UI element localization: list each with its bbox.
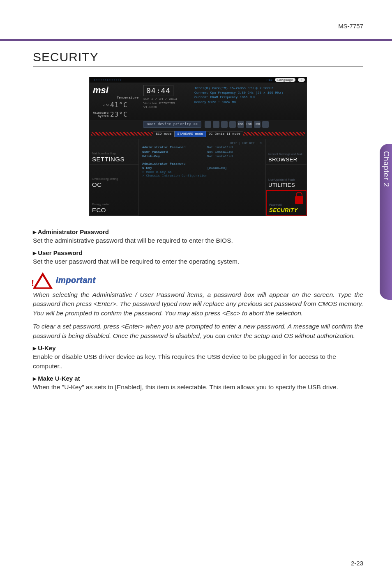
header-separator [0, 39, 392, 41]
doc-header: MS-7757 [33, 23, 363, 30]
left-tile-eco[interactable]: Energy saving ECO [90, 190, 138, 216]
item-desc: Set the user password that will be requi… [33, 257, 363, 266]
tile-title: SECURITY [269, 207, 303, 213]
right-tile-utilities[interactable]: Live Update M-Flash UTILITIES [266, 165, 307, 190]
system-temp-label: Mainboard System [93, 111, 108, 118]
page-number: 2-23 [351, 560, 363, 567]
cpu-temp-value: 41°C [110, 101, 128, 109]
item-heading-admin-password: ▶ Administrator Password [33, 228, 363, 235]
language-button[interactable]: Language [275, 78, 295, 82]
footer-separator [33, 555, 363, 555]
left-tile-oc[interactable]: Overclocking setting OC [90, 165, 138, 190]
title-dots: ▪▫▫▫▫▫▪▫▫▫▫▫▪ [91, 78, 122, 82]
right-tile-security[interactable]: Password SECURITY [266, 190, 307, 216]
cpu-freq: Current Cpu Frequency 2.50 GHz (25 x 100… [194, 90, 303, 95]
boot-priority-button[interactable]: Boot device priority >> [143, 121, 201, 128]
tile-title: ECO [92, 207, 136, 214]
boot-device-icon[interactable]: USB [254, 121, 261, 128]
msi-logo: msi [93, 85, 140, 96]
tile-subtitle: Overclocking setting [92, 177, 136, 180]
temperature-label: Temperature [93, 96, 140, 99]
page-title: SECURITY [33, 50, 363, 67]
standard-mode-button[interactable]: STANDARD mode [175, 131, 206, 137]
ocgenie-mode-button[interactable]: OC Genie II mode [206, 131, 243, 137]
close-button[interactable]: × [298, 78, 305, 82]
boot-device-icon[interactable] [262, 121, 269, 128]
chassis-intrusion-item[interactable]: > Chassis Intrusion Configuration [142, 174, 262, 177]
item-heading-user-password: ▶ User Password [33, 249, 363, 256]
eco-mode-button[interactable]: ECO mode [153, 131, 174, 137]
chapter-label: Chapter 2 [382, 151, 390, 187]
date-label: Sun 2 / 24 / 2013 [143, 97, 189, 101]
boot-device-icon[interactable]: USB [238, 121, 244, 128]
help-hotkey-bar[interactable]: HELP | HOT KEY | ⟳ [142, 142, 262, 145]
bios-titlebar: ▪▫▫▫▫▫▪▫▫▫▫▫▪ F12 Language × [90, 77, 307, 83]
item-heading-make-ukey: ▶ Make U-Key at [33, 375, 363, 382]
item-desc: When the "U-Key" as sets to [Enabled], t… [33, 383, 363, 392]
cfg-label[interactable]: Administrator Password [142, 145, 204, 149]
cpu-temp-label: CPU [93, 103, 108, 107]
important-paragraph: When selecting the Administrative / User… [33, 290, 363, 318]
mem-size: Memory Size : 1024 MB [194, 100, 303, 104]
boot-device-icon[interactable] [205, 121, 211, 128]
item-desc: Enable or disable USB driver device as k… [33, 352, 363, 371]
system-temp-value: 23°C [110, 110, 128, 118]
cpu-info: Intel(R) Core(TM) i5-2405S CPU @ 2.50GHz [194, 86, 303, 90]
section-header: Administrator Password [142, 162, 262, 165]
cfg-value: Not installed [207, 150, 233, 154]
dram-freq: Current DRAM Frequency 1066 MHz [194, 95, 303, 99]
system-info: Intel(R) Core(TM) i5-2405S CPU @ 2.50GHz… [192, 85, 303, 118]
item-desc: Set the administrative password that wil… [33, 236, 363, 245]
make-ukey-item[interactable]: > Make U-Key at [142, 170, 262, 174]
boot-device-icon[interactable] [229, 121, 236, 128]
tile-subtitle: Energy saving [92, 203, 136, 206]
ukey-value: [Disabled] [207, 166, 227, 170]
f12-hint[interactable]: F12 [266, 78, 272, 82]
tile-title: OC [92, 181, 136, 188]
version-label: Version E7757IMS V1.0B20 [143, 101, 189, 109]
cfg-value: Not installed [207, 145, 233, 149]
ukey-label[interactable]: U-Key [142, 166, 204, 170]
lock-icon [295, 196, 303, 204]
boot-device-icon[interactable]: USB [246, 121, 252, 128]
tile-subtitle: Live Update M-Flash [268, 178, 304, 181]
tile-title: SETTINGS [92, 156, 136, 163]
warning-icon [33, 272, 53, 289]
clock: 04:44 [143, 85, 173, 96]
warning-bang: ! [31, 278, 35, 286]
boot-device-icon[interactable] [221, 121, 228, 128]
important-label: Important [56, 276, 96, 285]
boot-device-icons: USB USB USB [205, 121, 303, 128]
left-tile-settings[interactable]: Mainboard settings SETTINGS [90, 139, 138, 165]
cfg-value: Not installed [207, 154, 233, 158]
important-paragraph: To clear a set password, press <Enter> w… [33, 322, 363, 340]
tile-subtitle: Mainboard settings [92, 152, 136, 155]
item-heading-ukey: ▶ U-Key [33, 345, 363, 351]
boot-device-icon[interactable] [213, 121, 219, 128]
tile-subtitle: Internet Message and Mail [268, 153, 304, 156]
cfg-label[interactable]: Udisk-Key [142, 154, 204, 158]
chapter-tab: Chapter 2 [380, 144, 392, 300]
bios-screenshot: ▪▫▫▫▫▫▪▫▫▫▫▫▪ F12 Language × msi Tempera… [89, 77, 307, 216]
right-tile-browser[interactable]: Internet Message and Mail BROWSER [266, 139, 307, 165]
tile-title: BROWSER [268, 156, 304, 163]
cfg-label[interactable]: User Password [142, 150, 204, 154]
tile-title: UTILITIES [268, 182, 304, 188]
